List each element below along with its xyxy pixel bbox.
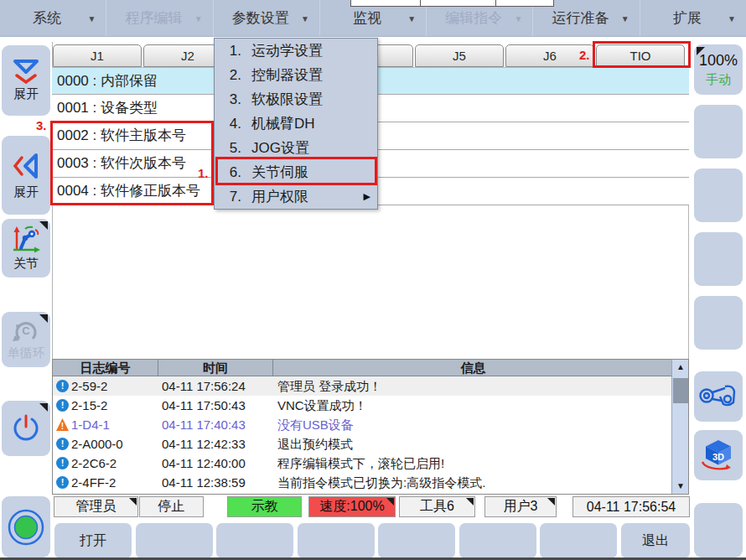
corner-marker-icon	[466, 498, 474, 506]
power-button[interactable]	[2, 401, 50, 456]
status-datetime: 04-11 17:56:54	[572, 496, 690, 517]
corner-marker-icon	[386, 498, 394, 506]
status-run-state[interactable]: 停止	[139, 496, 204, 517]
single-cycle-button: C 单循环	[2, 312, 50, 367]
parameter-settings-dropdown: 1. 运动学设置 2. 控制器设置 3. 软极限设置 4. 机械臂DH 5. J…	[214, 38, 378, 210]
cube-3d-icon: 3D	[699, 438, 738, 473]
submenu-arrow-icon	[364, 191, 370, 202]
tab-j6-label: J6	[543, 49, 557, 63]
start-button[interactable]	[2, 496, 50, 557]
info-icon	[56, 399, 69, 412]
status-run-state-label: 停止	[158, 498, 185, 516]
bottom-button-empty-3[interactable]	[298, 523, 375, 558]
menu-item-label: JOG设置	[251, 138, 309, 158]
tab-tio[interactable]: TIO	[596, 44, 685, 67]
log-row[interactable]: 2-15-2 04-11 17:50:43 VNC设置成功！	[53, 396, 673, 415]
menu-item-number: 6.	[215, 164, 241, 181]
hand-guide-icon	[697, 381, 739, 412]
bottom-button-empty-1[interactable]	[136, 523, 213, 558]
menu-item-jog[interactable]: 5. JOG设置	[215, 136, 377, 160]
menu-item-user-rights[interactable]: 7. 用户权限	[215, 184, 377, 209]
exit-button[interactable]: 退出	[621, 523, 690, 558]
right-sidebar-button-empty-4[interactable]	[694, 296, 743, 350]
single-cycle-icon: C	[12, 318, 40, 343]
status-user-frame[interactable]: 用户3	[484, 496, 557, 517]
log-id: 2-59-2	[71, 376, 107, 396]
log-scrollbar[interactable]	[671, 360, 688, 494]
expand-down-button[interactable]: 展开	[2, 45, 50, 116]
joint-mode-button[interactable]: 关节	[2, 219, 50, 277]
menu-item-number: 2.	[215, 67, 241, 84]
bottom-button-empty-4[interactable]	[378, 523, 455, 558]
status-user-frame-label: 用户3	[504, 498, 538, 516]
log-message: 当前指令模式已切换为:高级指令模式.	[277, 473, 485, 492]
menu-item-joint-servo[interactable]: 6. 关节伺服	[215, 160, 377, 184]
status-teach-mode[interactable]: 示教	[227, 496, 302, 517]
tab-tio-label: TIO	[630, 49, 651, 63]
scroll-down-icon[interactable]	[672, 479, 689, 494]
expand-left-button[interactable]: 展开	[2, 136, 50, 215]
divider	[495, 0, 496, 6]
tab-j1[interactable]: J1	[53, 44, 142, 67]
power-icon	[11, 413, 41, 443]
scroll-thumb[interactable]	[673, 378, 688, 403]
menu-item-soft-limit[interactable]: 3. 软极限设置	[215, 87, 377, 111]
chevron-down-icon	[621, 13, 629, 23]
view-3d-button[interactable]: 3D	[694, 430, 743, 480]
bottom-button-empty-6[interactable]	[540, 523, 617, 558]
corner-marker-icon	[39, 314, 48, 323]
status-tool[interactable]: 工具6	[399, 496, 475, 517]
log-message: 没有USB设备	[277, 415, 354, 434]
right-sidebar-button-empty-3[interactable]	[694, 232, 743, 286]
status-user-label: 管理员	[76, 498, 117, 516]
log-row[interactable]: 2-4FF-2 04-11 12:38:59 当前指令模式已切换为:高级指令模式…	[53, 473, 673, 492]
annotation-label-2: 2.	[579, 48, 590, 62]
log-row[interactable]: 1-D4-1 04-11 17:40:43 没有USB设备	[53, 415, 673, 434]
tab-j5[interactable]: J5	[415, 44, 504, 67]
scroll-up-icon[interactable]	[672, 360, 689, 375]
status-user[interactable]: 管理员	[54, 496, 138, 517]
menu-item-label: 软极限设置	[251, 90, 323, 109]
hand-guide-button[interactable]	[694, 371, 743, 422]
corner-marker-icon	[547, 498, 555, 506]
right-sidebar-button-empty-2[interactable]	[694, 169, 743, 222]
warning-icon	[56, 418, 69, 431]
param-row-label: 0000 : 内部保留	[57, 73, 158, 89]
log-time: 04-11 17:40:43	[162, 415, 246, 434]
right-sidebar-button-empty-5[interactable]	[694, 503, 743, 557]
status-speed-label: 速度:100%	[319, 498, 384, 516]
svg-text:C: C	[22, 324, 30, 337]
menu-parameter-settings[interactable]: 参数设置	[214, 0, 320, 36]
menu-item-controller[interactable]: 2. 控制器设置	[215, 63, 377, 87]
right-sidebar-button-empty-1[interactable]	[694, 105, 743, 158]
chevron-down-icon	[301, 13, 309, 23]
log-message: 管理员 登录成功！	[277, 376, 381, 396]
log-row[interactable]: 2-A000-0 04-11 12:42:33 退出预约模式	[53, 434, 673, 454]
divider	[420, 0, 421, 6]
tab-j2-label: J2	[181, 49, 194, 63]
menu-system-label: 系统	[33, 8, 61, 28]
bottom-button-empty-5[interactable]	[459, 523, 536, 558]
status-speed[interactable]: 速度:100%	[308, 496, 396, 517]
log-id: 2-A000-0	[71, 434, 123, 454]
menu-item-arm-dh[interactable]: 4. 机械臂DH	[215, 111, 377, 136]
log-time: 04-11 17:50:43	[162, 396, 246, 415]
log-message: 新建文件	[277, 492, 328, 495]
menu-extend[interactable]: 扩展	[640, 0, 746, 36]
menu-item-kinematics[interactable]: 1. 运动学设置	[215, 39, 377, 63]
menu-system[interactable]: 系统	[0, 0, 106, 36]
chevron-down-icon	[194, 13, 203, 23]
open-button[interactable]: 打开	[54, 523, 132, 558]
log-row[interactable]: 2-59-2 04-11 17:56:24 管理员 登录成功！	[53, 376, 673, 396]
log-row[interactable]: 2-2C6-2 04-11 12:40:00 程序编辑模式下，滚轮已启用!	[53, 454, 673, 473]
joint-mode-label: 关节	[13, 256, 39, 272]
bottom-button-empty-2[interactable]	[216, 523, 293, 558]
double-chevron-left-icon	[13, 150, 39, 182]
status-datetime-label: 04-11 17:56:54	[587, 500, 676, 515]
log-header-time: 时间	[158, 360, 273, 376]
log-time: 04-11 17:56:24	[162, 376, 246, 396]
log-row-partial[interactable]: 新建文件	[53, 492, 673, 495]
speed-mode-button[interactable]: 100% 手动	[694, 44, 743, 95]
corner-marker-icon	[697, 47, 705, 55]
double-chevron-down-icon	[10, 59, 42, 84]
